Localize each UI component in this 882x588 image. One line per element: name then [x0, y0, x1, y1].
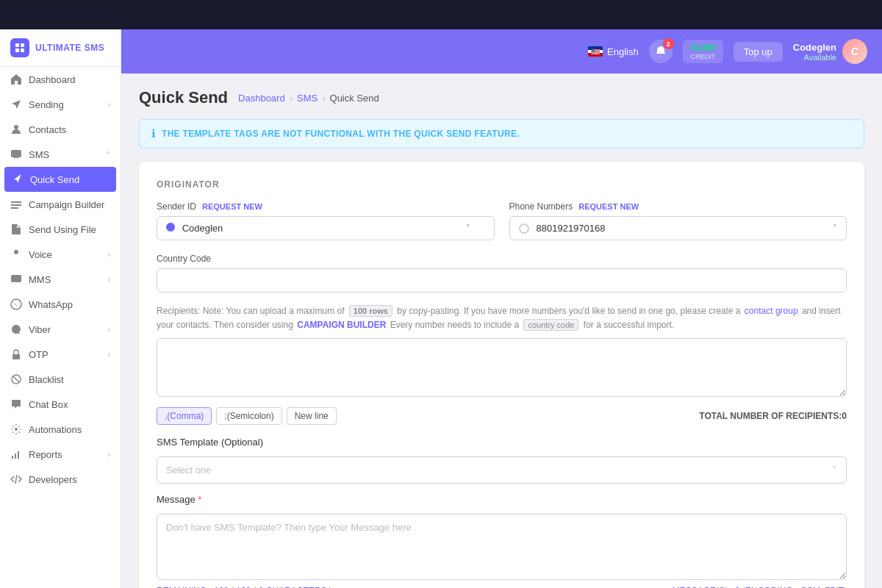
- notification-bell[interactable]: 2: [649, 40, 673, 63]
- content-area: Quick Send Dashboard › SMS › Quick Send …: [121, 74, 882, 588]
- country-code-input[interactable]: +880: [157, 268, 847, 293]
- sidebar-label: Viber: [29, 324, 51, 335]
- message-field: Message *: [157, 494, 847, 580]
- sidebar-item-chat-box[interactable]: Chat Box: [0, 392, 121, 417]
- campaign-builder-link[interactable]: CAMPAIGN BUILDER: [297, 320, 386, 330]
- sidebar-item-viber[interactable]: Viber ›: [0, 317, 121, 342]
- header: 🇺🇸 English 2 ৳0,000 CREDIT Top up Codegl…: [121, 29, 882, 74]
- breadcrumb-dashboard[interactable]: Dashboard: [238, 93, 285, 104]
- brand-name: ULTIMATE SMS: [35, 43, 104, 53]
- svg-rect-5: [11, 150, 21, 157]
- recipients-max-rows: 100 rows: [349, 305, 392, 317]
- svg-point-15: [15, 428, 18, 431]
- phone-radio: [519, 223, 529, 234]
- message-textarea[interactable]: [157, 514, 847, 580]
- page-title: Quick Send: [139, 88, 228, 107]
- sidebar-item-whatsapp[interactable]: WhatsApp: [0, 292, 121, 317]
- country-code-label: Country Code: [157, 254, 211, 264]
- svg-rect-2: [15, 49, 19, 52]
- balance-label: CREDIT: [690, 53, 716, 60]
- sidebar-label: Campaign Builder: [29, 199, 104, 210]
- contact-group-link[interactable]: contact group: [745, 306, 798, 316]
- svg-rect-0: [15, 43, 19, 47]
- chevron-right-icon: ›: [108, 251, 110, 259]
- chevron-right-icon: ›: [108, 351, 110, 359]
- user-avatar: C: [842, 39, 867, 64]
- top-bar: [0, 0, 882, 29]
- newline-separator-btn[interactable]: New line: [287, 407, 337, 425]
- brand-icon: [10, 38, 29, 57]
- sidebar-label: Blacklist: [29, 374, 64, 385]
- sidebar-label: Contacts: [29, 124, 66, 135]
- sidebar-label: OTP: [29, 349, 49, 360]
- sidebar-label: Voice: [29, 249, 52, 260]
- sidebar-item-sms[interactable]: SMS ˅: [0, 142, 121, 167]
- svg-rect-18: [18, 451, 19, 459]
- phone-numbers-field: Phone Numbers REQUEST NEW 8801921970168 …: [509, 201, 847, 240]
- sms-template-select[interactable]: Select one ˅: [157, 456, 847, 484]
- required-indicator: *: [196, 494, 202, 505]
- originator-grid: Sender ID REQUEST NEW Codeglen ˅: [157, 201, 847, 240]
- recipients-textarea[interactable]: [157, 338, 847, 397]
- sidebar-label: WhatsApp: [29, 299, 73, 310]
- balance-amount: ৳0,000: [690, 43, 716, 53]
- breadcrumb-current: Quick Send: [330, 93, 379, 104]
- sender-chevron-icon: ˅: [466, 223, 470, 233]
- sidebar-label: Sending: [29, 99, 64, 110]
- sender-id-label: Sender ID: [157, 201, 196, 212]
- sidebar-item-quick-send[interactable]: Quick Send: [4, 167, 116, 192]
- sidebar-item-contacts[interactable]: Contacts: [0, 117, 121, 142]
- main-content: Quick Send Dashboard › SMS › Quick Send …: [121, 74, 882, 588]
- sender-id-field: Sender ID REQUEST NEW Codeglen ˅: [157, 201, 495, 240]
- sidebar-item-blacklist[interactable]: Blacklist: [0, 367, 121, 392]
- sidebar-label: Dashboard: [29, 74, 76, 85]
- sidebar-label: Automations: [29, 424, 82, 435]
- sidebar-item-voice[interactable]: Voice ›: [0, 242, 121, 267]
- sender-dot: [166, 223, 175, 232]
- request-new-sender-link[interactable]: REQUEST NEW: [202, 202, 262, 211]
- svg-point-9: [14, 250, 18, 254]
- sidebar-item-automations[interactable]: Automations: [0, 417, 121, 442]
- sidebar-label: Quick Send: [30, 174, 79, 185]
- recipients-label-prefix: Recipients:: [157, 306, 203, 316]
- sidebar-label: SMS: [29, 149, 49, 160]
- svg-point-12: [11, 299, 21, 309]
- sidebar-label: Developers: [29, 474, 77, 485]
- balance-display: ৳0,000 CREDIT: [683, 40, 723, 63]
- total-recipients-display: TOTAL NUMBER OF RECIPIENTS:0: [699, 411, 847, 421]
- sidebar-item-campaign-builder[interactable]: Campaign Builder: [0, 192, 121, 217]
- flag-icon: 🇺🇸: [588, 46, 603, 57]
- svg-rect-13: [12, 354, 20, 359]
- language-selector[interactable]: 🇺🇸 English: [588, 46, 639, 57]
- semicolon-separator-btn[interactable]: ;(Semicolon): [216, 407, 282, 425]
- country-code-tag: country code: [523, 319, 578, 331]
- request-new-phone-link[interactable]: REQUEST NEW: [578, 202, 639, 211]
- alert-text: THE TEMPLATE TAGS ARE NOT FUNCTIONAL WIT…: [162, 129, 520, 139]
- chevron-down-icon: ˅: [107, 151, 110, 159]
- sms-template-label: SMS Template (Optional): [157, 437, 847, 448]
- sidebar-item-dashboard[interactable]: Dashboard: [0, 67, 121, 92]
- chevron-right-icon: ›: [108, 451, 110, 459]
- message-label: Message: [157, 494, 196, 505]
- sidebar-item-developers[interactable]: Developers: [0, 467, 121, 492]
- sidebar-item-sending[interactable]: Sending ›: [0, 92, 121, 117]
- user-status: Available: [793, 53, 836, 62]
- sms-template-field: SMS Template (Optional) Select one ˅: [157, 437, 847, 484]
- sidebar-item-mms[interactable]: MMS ›: [0, 267, 121, 292]
- breadcrumb: Dashboard › SMS › Quick Send: [238, 93, 379, 104]
- sidebar-item-send-using-file[interactable]: Send Using File: [0, 217, 121, 242]
- breadcrumb-sms[interactable]: SMS: [297, 93, 318, 104]
- svg-rect-8: [11, 207, 18, 209]
- topup-button[interactable]: Top up: [734, 42, 783, 62]
- sender-id-select[interactable]: Codeglen ˅: [157, 216, 495, 240]
- chevron-right-icon: ›: [108, 276, 110, 284]
- info-alert: ℹ THE TEMPLATE TAGS ARE NOT FUNCTIONAL W…: [139, 119, 864, 148]
- comma-separator-btn[interactable]: ,(Comma): [157, 407, 212, 425]
- originator-section-title: ORIGINATOR: [157, 179, 847, 190]
- sidebar-item-otp[interactable]: OTP ›: [0, 342, 121, 367]
- user-menu[interactable]: Codeglen Available C: [793, 39, 867, 64]
- notification-badge: 2: [663, 38, 674, 49]
- sidebar-label: Send Using File: [29, 224, 96, 235]
- phone-number-select[interactable]: 8801921970168 ˅: [509, 216, 847, 240]
- sidebar-item-reports[interactable]: Reports ›: [0, 442, 121, 467]
